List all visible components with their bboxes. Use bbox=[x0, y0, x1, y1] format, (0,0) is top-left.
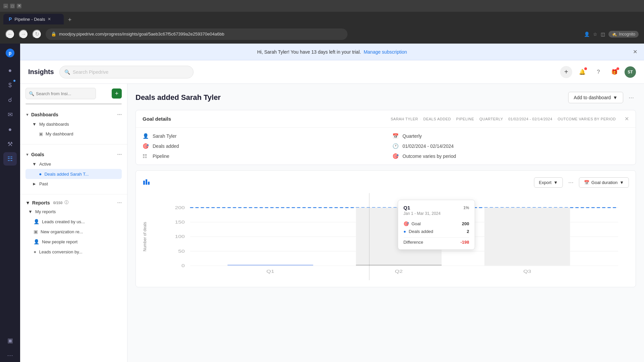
sidebar-item-my-dashboards[interactable]: ▼ My dashboards bbox=[25, 119, 122, 129]
active-tab[interactable]: P Pipeline - Deals ✕ bbox=[3, 14, 64, 24]
minimize-button[interactable]: – bbox=[3, 4, 8, 8]
nav-more[interactable]: ⋯ bbox=[3, 349, 17, 362]
sidebar-item-deals-added[interactable]: ● Deals added Sarah T... bbox=[25, 169, 122, 179]
contacts-icon: ⚒ bbox=[7, 140, 13, 148]
goals-header[interactable]: ▼ Goals ⋯ bbox=[25, 150, 122, 159]
sidebar-add-button[interactable]: + bbox=[112, 88, 122, 99]
reports-header[interactable]: ▼ Reports 0/150 ⓘ ⋯ bbox=[20, 197, 127, 207]
bookmark-star-icon[interactable]: ☆ bbox=[593, 32, 597, 37]
search-icon: 🔍 bbox=[64, 69, 70, 75]
reports-more-icon[interactable]: ⋯ bbox=[117, 200, 122, 205]
goal-details-close-button[interactable]: ✕ bbox=[625, 116, 629, 122]
sidebar-item-leads-created[interactable]: 👤 Leads created by us... bbox=[20, 217, 127, 227]
sidebar-search-area: 🔍 + bbox=[20, 84, 127, 103]
global-search-bar[interactable]: 🔍 Search Pipedrive bbox=[59, 66, 194, 78]
search-placeholder: Search Pipedrive bbox=[73, 69, 109, 75]
nav-home[interactable]: ● bbox=[3, 64, 17, 77]
sidebar-item-my-reports[interactable]: ▼ My reports bbox=[20, 207, 127, 217]
dashboards-section: ▼ Dashboards ⋯ ▼ My dashboards ▣ My dash… bbox=[20, 107, 127, 141]
sidebar-item-active[interactable]: ▼ Active bbox=[25, 159, 122, 169]
nav-products[interactable]: ▣ bbox=[3, 334, 17, 347]
browser-actions: 👤 ☆ ◫ 🕵 Incognito bbox=[584, 31, 639, 38]
manage-subscription-link[interactable]: Manage subscription bbox=[364, 49, 407, 55]
meta-person: SARAH TYLER bbox=[391, 117, 418, 121]
y-axis-label: Number of deals bbox=[143, 193, 147, 280]
reports-section: ▼ Reports 0/150 ⓘ ⋯ ▼ My reports 👤 Leads… bbox=[20, 197, 127, 257]
svg-rect-4 bbox=[148, 182, 150, 185]
reports-info-icon[interactable]: ⓘ bbox=[64, 200, 68, 205]
header-actions: + 🔔 ? 🎁 ST bbox=[560, 66, 636, 78]
nav-insights[interactable]: ☷ bbox=[3, 152, 17, 166]
app-shell: p ● $ ☌ ✉ ● ⚒ ☷ ▣ ⋯ Hi, Sarah Tyler! You… bbox=[0, 44, 644, 362]
close-button[interactable]: ✕ bbox=[17, 4, 21, 8]
nav-mail[interactable]: ✉ bbox=[3, 108, 17, 121]
add-to-dashboard-button[interactable]: Add to dashboard ▼ bbox=[568, 92, 623, 103]
sidebar-item-past[interactable]: ► Past bbox=[25, 179, 122, 189]
chart-more-button[interactable]: ⋯ bbox=[566, 177, 576, 188]
goal-duration-label: Goal duration bbox=[591, 180, 618, 185]
tab-favicon: P bbox=[9, 16, 12, 22]
top-header: Insights 🔍 Search Pipedrive + 🔔 ? 🎁 ST bbox=[20, 60, 644, 84]
home-icon: ● bbox=[8, 67, 12, 74]
outcome-icon: 🎯 bbox=[392, 153, 399, 159]
nav-activities[interactable]: ● bbox=[3, 123, 17, 136]
nav-leads[interactable]: ☌ bbox=[3, 93, 17, 107]
back-button[interactable]: ← bbox=[5, 29, 15, 39]
goal-outcome-value: Outcome varies by period bbox=[402, 154, 456, 159]
dropdown-arrow-icon: ▼ bbox=[613, 95, 618, 100]
forward-button[interactable]: → bbox=[19, 29, 28, 39]
refresh-button[interactable]: ↻ bbox=[32, 29, 42, 39]
goal-type-item: 🎯 Deals added bbox=[143, 143, 379, 149]
sidebar-item-new-people[interactable]: 👤 New people report bbox=[20, 237, 127, 247]
tooltip-divider bbox=[404, 237, 469, 238]
user-avatar[interactable]: ST bbox=[625, 66, 636, 78]
insights-icon: ☷ bbox=[7, 155, 13, 163]
svg-text:Q2: Q2 bbox=[395, 269, 402, 274]
reports-chevron-icon: ▼ bbox=[25, 200, 30, 205]
bar-q2[interactable] bbox=[356, 264, 441, 265]
report-more-button[interactable]: ⋯ bbox=[627, 92, 636, 103]
goal-details-title: Goal details bbox=[143, 116, 171, 122]
export-label: Export bbox=[539, 180, 552, 185]
dashboards-label: Dashboards bbox=[31, 112, 58, 117]
sidebar: 🔍 + ▼ Dashboards ⋯ ▼ My dashboards bbox=[20, 84, 127, 362]
svg-text:0: 0 bbox=[181, 263, 185, 268]
content-with-sidebar: 🔍 + ▼ Dashboards ⋯ ▼ My dashboards bbox=[20, 84, 644, 362]
banner-close-button[interactable]: ✕ bbox=[633, 49, 637, 55]
deals-icon: $ bbox=[8, 82, 12, 89]
extensions-icon[interactable]: ◫ bbox=[601, 32, 605, 37]
address-bar[interactable]: 🔒 moodjoy.pipedrive.com/progress/insight… bbox=[46, 28, 347, 40]
sidebar-item-my-dashboard[interactable]: ▣ My dashboard bbox=[25, 129, 122, 139]
nav-contacts[interactable]: ⚒ bbox=[3, 137, 17, 151]
help-button[interactable]: ? bbox=[592, 66, 604, 78]
report-main-area: Deals added Sarah Tyler Add to dashboard… bbox=[127, 84, 644, 362]
maximize-button[interactable]: □ bbox=[10, 4, 15, 8]
deals-added-label: Deals added Sarah T... bbox=[44, 172, 89, 177]
dashboards-more-icon[interactable]: ⋯ bbox=[117, 112, 122, 117]
person-icon-2: 👤 bbox=[34, 239, 39, 244]
notifications-button[interactable]: 🔔 bbox=[576, 66, 588, 78]
chart-actions: Export ▼ ⋯ 📅 Goal duration ▼ bbox=[534, 177, 629, 188]
help-icon: ? bbox=[597, 69, 600, 75]
chevron-right-icon: ▼ bbox=[32, 122, 37, 127]
export-button[interactable]: Export ▼ bbox=[534, 177, 563, 188]
add-to-dashboard-label: Add to dashboard bbox=[574, 95, 611, 100]
goals-more-icon[interactable]: ⋯ bbox=[117, 152, 122, 157]
goal-person-value: Sarah Tyler bbox=[153, 133, 176, 139]
new-tab-button[interactable]: + bbox=[65, 15, 74, 24]
more-dots-icon: ⋯ bbox=[7, 352, 13, 359]
app-logo[interactable]: p bbox=[4, 47, 16, 59]
goal-duration-button[interactable]: 📅 Goal duration ▼ bbox=[579, 177, 629, 188]
nav-deals[interactable]: $ bbox=[3, 78, 17, 92]
gift-button[interactable]: 🎁 bbox=[608, 66, 621, 78]
tab-close-button[interactable]: ✕ bbox=[48, 17, 51, 21]
goal-period-value: Quarterly bbox=[402, 133, 422, 139]
add-new-button[interactable]: + bbox=[560, 66, 572, 78]
bar-q1[interactable] bbox=[227, 264, 313, 265]
dashboards-header[interactable]: ▼ Dashboards ⋯ bbox=[25, 110, 122, 119]
sidebar-item-new-org[interactable]: ▣ New organization re... bbox=[20, 227, 127, 237]
sidebar-item-leads-conversion[interactable]: ● Leads conversion by... bbox=[20, 247, 127, 257]
bar-chart-icon bbox=[143, 178, 150, 187]
sidebar-search-input[interactable] bbox=[25, 88, 96, 99]
chart-body: 0 50 100 150 200 200 ⊙ bbox=[147, 193, 629, 280]
